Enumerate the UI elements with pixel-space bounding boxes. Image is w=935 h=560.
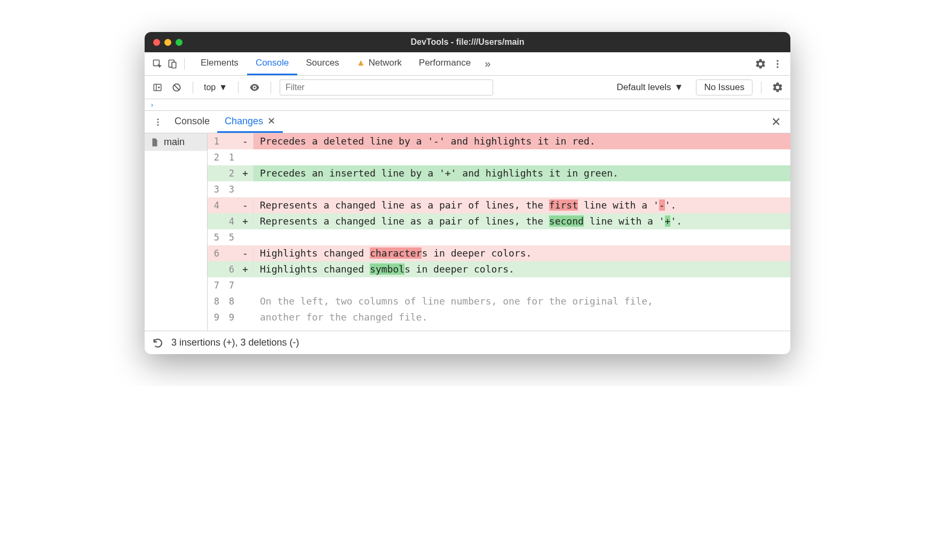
line-number-old: 4 (208, 197, 223, 213)
diff-marker: - (237, 197, 253, 213)
diff-line: 77 (208, 277, 790, 293)
tab-label: Console (256, 58, 289, 68)
line-number-new: 3 (223, 181, 237, 197)
diff-line: 4+Represents a changed line as a pair of… (208, 213, 790, 229)
kebab-menu-icon[interactable] (770, 57, 785, 71)
line-number-old: 3 (208, 181, 223, 197)
minimize-window-button[interactable] (164, 39, 171, 46)
diff-line: 2+Precedes an inserted line by a '+' and… (208, 165, 790, 181)
line-number-old: 7 (208, 277, 223, 293)
line-number-old: 2 (208, 149, 223, 165)
window-controls (153, 39, 183, 46)
context-selector[interactable]: top ▼ (202, 83, 229, 92)
settings-icon[interactable] (753, 57, 768, 71)
drawer-menu-icon[interactable] (149, 117, 167, 127)
diff-line: 33 (208, 181, 790, 197)
inspect-element-icon[interactable] (150, 57, 165, 71)
live-expression-icon[interactable] (247, 80, 262, 95)
console-prompt[interactable]: › (145, 99, 790, 111)
tab-label: Elements (201, 58, 239, 68)
file-item[interactable]: main (145, 133, 207, 151)
show-console-sidebar-icon[interactable] (150, 80, 165, 95)
separator (271, 82, 271, 93)
diff-content: Precedes an inserted line by a '+' and h… (253, 165, 790, 181)
line-number-new: 8 (223, 293, 237, 309)
devtools-window: DevTools - file:///Users/main Elements C… (145, 32, 790, 354)
diff-line: 55 (208, 229, 790, 245)
diff-content: Highlights changed characters in deeper … (253, 245, 790, 261)
diff-line: 6+Highlights changed symbols in deeper c… (208, 261, 790, 277)
svg-point-9 (157, 118, 159, 120)
line-number-new: 7 (223, 277, 237, 293)
line-number-new: 9 (223, 309, 237, 325)
changes-panel: main 1-Precedes a deleted line by a '-' … (145, 133, 790, 331)
diff-line: 1-Precedes a deleted line by a '-' and h… (208, 133, 790, 149)
svg-point-4 (776, 63, 778, 65)
tab-console[interactable]: Console (247, 52, 297, 75)
close-window-button[interactable] (153, 39, 160, 46)
diff-content: Represents a changed line as a pair of l… (253, 213, 790, 229)
svg-point-5 (776, 66, 778, 68)
svg-rect-2 (172, 62, 176, 68)
separator (761, 82, 762, 93)
line-number-old: 9 (208, 309, 223, 325)
device-toolbar-icon[interactable] (165, 57, 180, 71)
line-number-old: 5 (208, 229, 223, 245)
line-number-new: 1 (223, 149, 237, 165)
diff-content: Represents a changed line as a pair of l… (253, 197, 790, 213)
context-label: top (204, 83, 216, 92)
diff-line: 6-Highlights changed characters in deepe… (208, 245, 790, 261)
line-number-old: 1 (208, 133, 223, 149)
diff-marker: + (237, 213, 253, 229)
drawer-tab-console[interactable]: Console (167, 111, 217, 133)
log-levels-selector[interactable]: Default levels ▼ (614, 82, 687, 93)
diff-marker: + (237, 261, 253, 277)
line-number-old: 8 (208, 293, 223, 309)
console-settings-icon[interactable] (770, 80, 785, 95)
main-toolbar: Elements Console Sources ▲Network Perfor… (145, 52, 790, 76)
tab-elements[interactable]: Elements (192, 52, 247, 75)
line-number-new: 4 (223, 213, 237, 229)
chevron-down-icon: ▼ (675, 82, 684, 93)
chevron-down-icon: ▼ (219, 83, 227, 92)
diff-marker: - (237, 133, 253, 149)
tab-performance[interactable]: Performance (410, 52, 479, 75)
revert-icon[interactable] (152, 337, 164, 349)
diff-line: 21 (208, 149, 790, 165)
changes-summary: 3 insertions (+), 3 deletions (-) (171, 337, 299, 348)
diff-content: another for the changed file. (253, 309, 790, 325)
tab-label: Network (368, 58, 401, 68)
tab-network[interactable]: ▲Network (348, 52, 410, 75)
main-tabs: Elements Console Sources ▲Network Perfor… (192, 52, 479, 75)
diff-marker: + (237, 165, 253, 181)
diff-view: 1-Precedes a deleted line by a '-' and h… (208, 133, 790, 331)
svg-point-10 (157, 121, 159, 123)
line-number-new: 2 (223, 165, 237, 181)
file-icon (150, 138, 160, 147)
clear-console-icon[interactable] (169, 80, 184, 95)
window-title: DevTools - file:///Users/main (410, 37, 524, 47)
line-number-new: 5 (223, 229, 237, 245)
warning-icon: ▲ (356, 58, 366, 68)
diff-line: 4-Represents a changed line as a pair of… (208, 197, 790, 213)
diff-marker: - (237, 245, 253, 261)
separator (193, 82, 193, 93)
tab-label: Sources (306, 58, 339, 68)
close-tab-icon[interactable]: ✕ (267, 115, 275, 127)
file-tree: main (145, 133, 208, 331)
close-drawer-icon[interactable]: ✕ (766, 115, 786, 129)
line-number-old: 6 (208, 245, 223, 261)
more-tabs-button[interactable]: » (479, 58, 496, 70)
drawer-tab-changes[interactable]: Changes ✕ (217, 111, 283, 133)
file-name: main (164, 137, 185, 148)
filter-input[interactable] (280, 79, 493, 95)
diff-content: Precedes a deleted line by a '-' and hig… (253, 133, 790, 149)
svg-point-11 (157, 124, 159, 125)
maximize-window-button[interactable] (176, 39, 183, 46)
issues-button[interactable]: No Issues (696, 79, 752, 95)
titlebar: DevTools - file:///Users/main (145, 32, 790, 52)
tab-label: Changes (225, 116, 263, 127)
tab-sources[interactable]: Sources (297, 52, 347, 75)
changes-status-bar: 3 insertions (+), 3 deletions (-) (145, 331, 790, 354)
diff-content: On the left, two columns of line numbers… (253, 293, 790, 309)
